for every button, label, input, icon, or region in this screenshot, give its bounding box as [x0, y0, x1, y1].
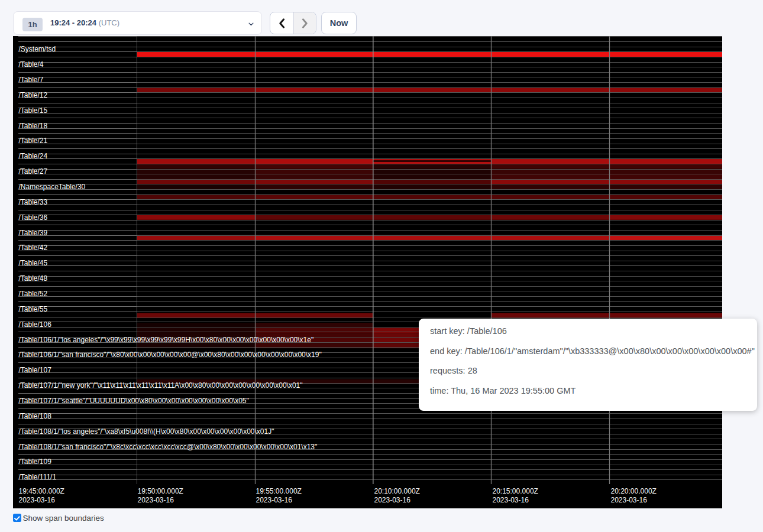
svg-text:/Table/108: /Table/108: [19, 412, 52, 420]
svg-text:/Table/33: /Table/33: [19, 198, 48, 206]
svg-text:/NamespaceTable/30: /NamespaceTable/30: [19, 183, 86, 191]
svg-text:/Table/111/1: /Table/111/1: [19, 473, 57, 481]
svg-text:/Table/106: /Table/106: [19, 320, 52, 329]
svg-text:2023-03-16: 2023-03-16: [611, 496, 648, 504]
svg-text:20:10:00.000Z: 20:10:00.000Z: [374, 487, 420, 495]
svg-text:2023-03-16: 2023-03-16: [138, 496, 174, 504]
svg-text:/Table/15: /Table/15: [19, 106, 48, 115]
svg-text:/Table/7: /Table/7: [19, 76, 44, 84]
svg-text:/Table/108/1/"san francisco"/": /Table/108/1/"san francisco"/"\x8c\xcc\x…: [19, 443, 318, 451]
svg-text:/Table/24: /Table/24: [19, 152, 48, 160]
svg-text:/Table/21: /Table/21: [19, 137, 48, 145]
svg-text:19:45:00.000Z: 19:45:00.000Z: [19, 487, 64, 495]
svg-text:/Table/106/1/"san francisco"/": /Table/106/1/"san francisco"/"\x80\x00\x…: [19, 351, 322, 359]
svg-text:/Table/4: /Table/4: [19, 60, 44, 69]
svg-text:2023-03-16: 2023-03-16: [374, 496, 411, 504]
svg-text:/Table/109: /Table/109: [19, 458, 52, 466]
svg-text:/Table/42: /Table/42: [19, 244, 48, 252]
svg-text:/Table/108/1/"los angeles"/"\x: /Table/108/1/"los angeles"/"\xa8\xf5\u00…: [19, 427, 274, 436]
svg-text:/Table/45: /Table/45: [19, 259, 48, 267]
svg-text:/Table/39: /Table/39: [19, 229, 48, 237]
svg-text:/System/tsd: /System/tsd: [19, 45, 56, 53]
svg-text:2023-03-16: 2023-03-16: [19, 496, 56, 504]
svg-text:/Table/52: /Table/52: [19, 290, 48, 298]
svg-text:2023-03-16: 2023-03-16: [493, 496, 529, 504]
svg-text:/Table/106/1/"los angeles"/"\x: /Table/106/1/"los angeles"/"\x99\x99\x99…: [19, 336, 314, 344]
svg-text:/Table/48: /Table/48: [19, 274, 48, 283]
svg-text:/Table/55: /Table/55: [19, 305, 48, 313]
svg-text:2023-03-16: 2023-03-16: [256, 496, 293, 504]
svg-text:19:55:00.000Z: 19:55:00.000Z: [256, 487, 302, 495]
svg-text:/Table/27: /Table/27: [19, 167, 48, 176]
svg-text:/Table/107: /Table/107: [19, 366, 52, 374]
svg-text:19:50:00.000Z: 19:50:00.000Z: [138, 487, 183, 495]
svg-text:/Table/18: /Table/18: [19, 122, 48, 130]
svg-text:20:20:00.000Z: 20:20:00.000Z: [611, 487, 657, 495]
svg-text:/Table/36: /Table/36: [19, 213, 48, 222]
svg-text:20:15:00.000Z: 20:15:00.000Z: [493, 487, 538, 495]
svg-text:/Table/107/1/"seattle"/"UUUUUU: /Table/107/1/"seattle"/"UUUUUUD\x00\x80\…: [19, 397, 249, 405]
svg-text:/Table/12: /Table/12: [19, 91, 48, 99]
svg-text:/Table/107/1/"new york"/"\x11\: /Table/107/1/"new york"/"\x11\x11\x11\x1…: [19, 381, 303, 390]
